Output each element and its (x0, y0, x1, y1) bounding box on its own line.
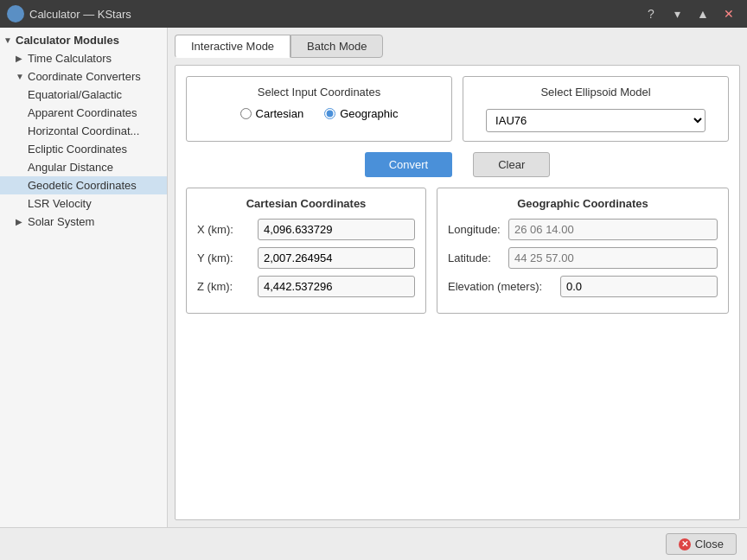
x-input[interactable] (258, 219, 415, 240)
expand-icon: ▶ (16, 217, 24, 226)
radio-geographic-text: Geographic (340, 107, 398, 120)
menu-button[interactable]: ▾ (666, 5, 688, 22)
sidebar-item-calculator-modules[interactable]: ▼ Calculator Modules (0, 31, 167, 49)
sidebar-item-label: Angular Distance (28, 161, 113, 174)
tab-interactive[interactable]: Interactive Mode (175, 35, 290, 58)
expand-icon: ▼ (3, 35, 12, 45)
field-row-longitude: Longitude: (448, 219, 718, 240)
sidebar-item-angular-distance[interactable]: Angular Distance (0, 158, 167, 176)
radio-geographic[interactable] (324, 108, 335, 119)
radio-group: Cartesian Geographic (197, 107, 441, 120)
minimize-button[interactable]: ▲ (692, 5, 714, 22)
sidebar-item-apparent-coordinates[interactable]: Apparent Coordinates (0, 104, 167, 122)
elevation-input[interactable] (560, 276, 718, 297)
window-close-button[interactable]: ✕ (718, 5, 740, 22)
elevation-label: Elevation (meters): (448, 280, 560, 293)
bottom-bar: ✕ Close (0, 527, 747, 560)
sidebar-item-time-calculators[interactable]: ▶ Time Calculators (0, 49, 167, 67)
sidebar-item-geodetic-coordinates[interactable]: Geodetic Coordinates (0, 176, 167, 194)
field-row-y: Y (km): (197, 247, 415, 269)
tab-batch[interactable]: Batch Mode (290, 35, 383, 58)
geographic-title: Geographic Coordinates (448, 197, 718, 210)
titlebar: Calculator — KStars ? ▾ ▲ ✕ (0, 0, 747, 28)
sidebar-item-label: Coordinate Converters (28, 70, 141, 83)
sidebar-item-label: Geodetic Coordinates (28, 179, 137, 192)
sidebar-item-coordinate-converters[interactable]: ▼ Coordinate Converters (0, 67, 167, 86)
sidebar-item-label: Equatorial/Galactic (28, 88, 122, 101)
cartesian-title: Cartesian Coordinates (197, 197, 415, 210)
main-layout: ▼ Calculator Modules ▶ Time Calculators … (0, 28, 747, 527)
y-input[interactable] (258, 247, 415, 269)
clear-button[interactable]: Clear (473, 152, 550, 177)
latitude-input[interactable] (508, 247, 718, 269)
z-label: Z (km): (197, 280, 258, 293)
select-input-title: Select Input Coordinates (197, 86, 441, 99)
sidebar-item-label: Time Calculators (28, 52, 112, 65)
field-row-latitude: Latitude: (448, 247, 718, 269)
content-area: Interactive Mode Batch Mode Select Input… (168, 28, 747, 527)
sidebar-item-label: Ecliptic Coordinates (28, 143, 127, 156)
radio-cartesian[interactable] (240, 108, 252, 119)
sidebar-item-label: Horizontal Coordinat... (28, 124, 139, 137)
sidebar-item-label: Apparent Coordinates (28, 106, 137, 119)
sidebar-item-equatorial-galactic[interactable]: Equatorial/Galactic (0, 86, 167, 104)
close-label: Close (695, 538, 724, 550)
sidebar-item-label: Solar System (28, 215, 94, 228)
expand-icon: ▼ (16, 72, 24, 81)
select-ellipsoid-title: Select Ellipsoid Model (540, 86, 650, 99)
radio-cartesian-label[interactable]: Cartesian (240, 107, 304, 120)
radio-geographic-label[interactable]: Geographic (324, 107, 398, 120)
titlebar-controls: ? ▾ ▲ ✕ (640, 5, 740, 22)
close-button[interactable]: ✕ Close (666, 533, 737, 555)
convert-button[interactable]: Convert (365, 152, 453, 177)
geographic-box: Geographic Coordinates Longitude: Latitu… (437, 188, 729, 314)
latitude-label: Latitude: (448, 251, 508, 264)
sidebar-item-horizontal-coordinates[interactable]: Horizontal Coordinat... (0, 122, 167, 140)
sidebar: ▼ Calculator Modules ▶ Time Calculators … (0, 28, 168, 527)
expand-icon: ▶ (16, 54, 24, 63)
radio-cartesian-text: Cartesian (256, 107, 304, 120)
top-row: Select Input Coordinates Cartesian Geogr… (186, 76, 729, 142)
x-label: X (km): (197, 223, 258, 236)
titlebar-left: Calculator — KStars (7, 5, 131, 22)
tab-bar: Interactive Mode Batch Mode (175, 35, 740, 58)
titlebar-title: Calculator — KStars (29, 8, 131, 21)
longitude-input[interactable] (508, 219, 718, 240)
help-button[interactable]: ? (640, 5, 662, 22)
field-row-elevation: Elevation (meters): (448, 276, 718, 297)
sidebar-item-solar-system[interactable]: ▶ Solar System (0, 213, 167, 231)
field-row-x: X (km): (197, 219, 415, 240)
y-label: Y (km): (197, 251, 258, 264)
select-input-box: Select Input Coordinates Cartesian Geogr… (186, 76, 452, 142)
field-row-z: Z (km): (197, 276, 415, 297)
sidebar-item-lsr-velocity[interactable]: LSR Velocity (0, 194, 167, 213)
cartesian-box: Cartesian Coordinates X (km): Y (km): Z … (186, 188, 426, 314)
z-input[interactable] (258, 276, 415, 297)
coords-row: Cartesian Coordinates X (km): Y (km): Z … (186, 188, 729, 314)
sidebar-item-label: LSR Velocity (28, 197, 92, 210)
select-ellipsoid-box: Select Ellipsoid Model IAU76 WGS84 GRS80 (463, 76, 729, 142)
app-logo (7, 5, 24, 22)
sidebar-item-label: Calculator Modules (16, 34, 119, 47)
main-panel: Select Input Coordinates Cartesian Geogr… (175, 65, 740, 520)
longitude-label: Longitude: (448, 223, 508, 236)
action-row: Convert Clear (186, 152, 729, 177)
ellipsoid-select[interactable]: IAU76 WGS84 GRS80 (486, 109, 706, 132)
sidebar-item-ecliptic-coordinates[interactable]: Ecliptic Coordinates (0, 140, 167, 158)
close-icon: ✕ (679, 538, 691, 550)
